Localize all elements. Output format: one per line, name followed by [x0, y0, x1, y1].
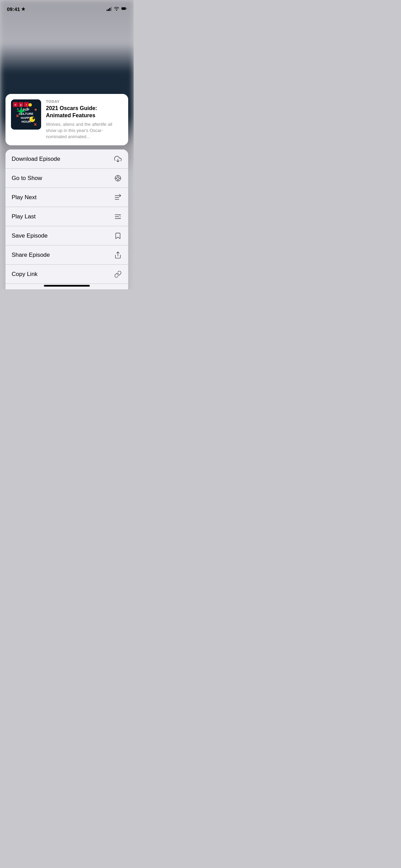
share-icon: [114, 251, 122, 259]
battery-icon: [121, 6, 127, 12]
podcast-artwork: n p r: [11, 99, 41, 130]
episode-card: n p r: [5, 94, 128, 145]
play-last-icon: [114, 213, 122, 221]
svg-rect-1: [122, 8, 126, 10]
save-episode-item[interactable]: Save Episode: [5, 226, 128, 245]
play-next-icon: [114, 193, 122, 202]
go-to-show-label: Go to Show: [12, 175, 42, 182]
wifi-icon: [114, 6, 119, 12]
play-last-item[interactable]: Play Last: [5, 207, 128, 226]
share-episode-label: Share Episode: [12, 252, 50, 258]
podcast-icon: [114, 174, 122, 182]
share-episode-item[interactable]: Share Episode: [5, 245, 128, 265]
play-last-label: Play Last: [12, 213, 36, 220]
download-episode-label: Download Episode: [12, 156, 60, 162]
cloud-download-icon: [114, 155, 122, 163]
status-icons: [107, 6, 127, 12]
copy-link-item[interactable]: Copy Link: [5, 265, 128, 284]
status-time: 09:41: [7, 6, 25, 12]
location-icon: [21, 7, 25, 11]
go-to-show-item[interactable]: Go to Show: [5, 169, 128, 188]
episode-title: 2021 Oscars Guide: Animated Features: [46, 105, 123, 119]
status-bar: 09:41: [0, 0, 134, 15]
svg-point-2: [28, 103, 32, 107]
episode-date: TODAY: [46, 99, 123, 104]
copy-link-label: Copy Link: [12, 271, 38, 278]
action-menu: Download Episode Go to Show: [5, 149, 128, 289]
bookmark-icon: [114, 232, 122, 240]
link-icon: [114, 270, 122, 278]
home-indicator: [44, 285, 90, 287]
svg-point-15: [117, 177, 119, 179]
play-next-item[interactable]: Play Next: [5, 188, 128, 207]
podcast-title-art: POPCULTUREHAPPYHOUR: [13, 108, 39, 124]
save-episode-label: Save Episode: [12, 232, 48, 239]
play-next-label: Play Next: [12, 194, 37, 201]
signal-bars: [107, 7, 112, 11]
main-content: n p r: [0, 94, 134, 289]
episode-info: TODAY 2021 Oscars Guide: Animated Featur…: [46, 99, 123, 140]
episode-description: Wolves, aliens and the afterlife all sho…: [46, 121, 123, 140]
download-episode-item[interactable]: Download Episode: [5, 149, 128, 169]
